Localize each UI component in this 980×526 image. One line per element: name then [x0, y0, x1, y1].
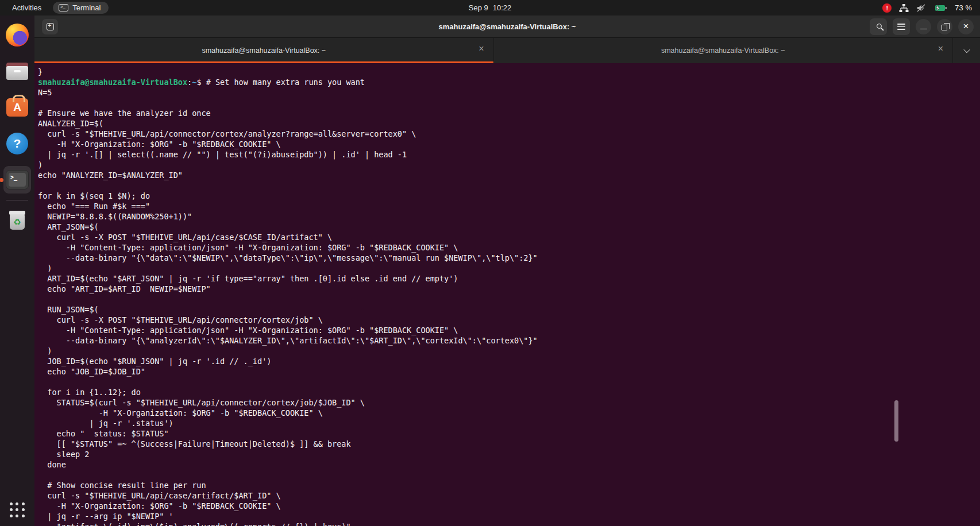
search-icon — [877, 24, 882, 29]
ubuntu-software-icon: A — [6, 98, 28, 117]
search-button[interactable] — [870, 18, 887, 35]
header-bar: smahuzaifa@smahuzaifa-VirtualBox: ~ × — [34, 16, 980, 38]
terminal-line: "artifact \(.id) ip=\($ip) analyzed=\((.… — [38, 521, 980, 526]
terminal-line: # Show concise result line per run — [38, 480, 980, 490]
help-icon: ? — [6, 133, 28, 154]
terminal-line — [38, 98, 980, 108]
terminal-line: curl -s "$THEHIVE_URL/api/case/artifact/… — [38, 490, 980, 501]
terminal-line: JOB_ID=$(echo "$RUN_JSON" | jq -r '.id /… — [38, 356, 980, 366]
terminal-line: echo "ART_ID=$ART_ID NEWIP=$NEWIP" — [38, 284, 980, 294]
terminal-line: ) — [38, 346, 980, 356]
dock-item-terminal[interactable] — [3, 166, 31, 194]
window-title: smahuzaifa@smahuzaifa-VirtualBox: ~ — [34, 22, 980, 31]
terminal-line: curl -s -X POST "$THEHIVE_URL/api/connec… — [38, 315, 980, 325]
top-bar: Activities Terminal Sep 9 10:22 ! — [0, 0, 980, 16]
terminal-line: [[ "$STATUS" =~ ^(Success|Failure|Timeou… — [38, 439, 980, 449]
terminal-line: curl -s "$THEHIVE_URL/api/connector/cort… — [38, 129, 980, 139]
dock-item-help[interactable]: ? — [3, 130, 31, 157]
files-icon — [6, 63, 28, 80]
hamburger-menu-icon — [897, 24, 905, 30]
terminal-line: ART_ID=$(echo "$ART_JSON" | jq -r 'if ty… — [38, 273, 980, 284]
dock: A ? ♻ — [0, 16, 34, 526]
terminal-line — [38, 470, 980, 480]
dock-item-firefox[interactable] — [3, 21, 31, 49]
clock-date[interactable]: Sep 9 — [469, 3, 488, 12]
terminal-line: } — [38, 67, 980, 77]
terminal-line: --data-binary "{\"analyzerId\":\"$ANALYZ… — [38, 335, 980, 346]
dock-separator — [6, 200, 28, 200]
terminal-line: echo "ANALYZER_ID=$ANALYZER_ID" — [38, 170, 980, 180]
tab-2[interactable]: smahuzaifa@smahuzaifa-VirtualBox: ~ × — [493, 38, 953, 63]
terminal-line: ART_JSON=$( — [38, 222, 980, 232]
terminal-line: | jq -r --arg ip "$NEWIP" ' — [38, 511, 980, 521]
tab-bar: smahuzaifa@smahuzaifa-VirtualBox: ~ × sm… — [34, 38, 980, 63]
close-button[interactable]: × — [958, 19, 974, 34]
tab-1[interactable]: smahuzaifa@smahuzaifa-VirtualBox: ~ × — [34, 38, 493, 63]
tab-list-button[interactable] — [952, 38, 980, 63]
firefox-icon — [6, 24, 29, 47]
terminal-output[interactable]: }smahuzaifa@smahuzaifa-VirtualBox:~$ # S… — [34, 63, 980, 526]
terminal-line: N=5 — [38, 87, 980, 98]
terminal-line: ) — [38, 263, 980, 273]
terminal-line: curl -s -X POST "$THEHIVE_URL/api/case/$… — [38, 232, 980, 242]
tab-2-title: smahuzaifa@smahuzaifa-VirtualBox: ~ — [661, 47, 785, 55]
terminal-line: ANALYZER_ID=$( — [38, 118, 980, 129]
volume-muted-icon[interactable] — [916, 3, 927, 13]
tab-2-close-icon[interactable]: × — [938, 44, 943, 53]
dock-item-ubuntu-software[interactable]: A — [3, 94, 31, 121]
terminal-icon — [6, 170, 29, 189]
terminal-scrollbar[interactable] — [894, 400, 898, 442]
alert-badge[interactable]: ! — [882, 3, 892, 13]
restore-icon — [942, 25, 947, 30]
terminal-line: --data-binary "{\"data\":\"$NEWIP\",\"da… — [38, 253, 980, 263]
terminal-line: | jq -r '.[] | select((.name // "") | te… — [38, 149, 980, 160]
terminal-line: for i in {1..12}; do — [38, 387, 980, 397]
terminal-line: # Ensure we have the analyzer id once — [38, 108, 980, 118]
trash-icon: ♻ — [7, 211, 27, 230]
terminal-line — [38, 377, 980, 387]
minimize-button[interactable] — [916, 19, 931, 34]
terminal-line: sleep 2 — [38, 449, 980, 459]
activities-button[interactable]: Activities — [10, 2, 44, 13]
terminal-line: echo " status: $STATUS" — [38, 428, 980, 439]
terminal-line: NEWIP="8.8.8.$((RANDOM%250+1))" — [38, 211, 980, 222]
terminal-line — [38, 180, 980, 191]
network-wired-icon[interactable] — [899, 3, 909, 13]
terminal-line: STATUS=$(curl -s "$THEHIVE_URL/api/conne… — [38, 397, 980, 408]
terminal-line: smahuzaifa@smahuzaifa-VirtualBox:~$ # Se… — [38, 77, 980, 87]
restore-button[interactable] — [937, 19, 952, 34]
terminal-line: -H "X-Organization: $ORG" -b "$REDBACK_C… — [38, 139, 980, 149]
show-applications-button[interactable] — [8, 501, 26, 519]
battery-charging-icon[interactable] — [934, 4, 947, 12]
minimize-icon — [920, 29, 927, 30]
focused-app-name: Terminal — [72, 3, 101, 12]
focused-app-menu[interactable]: Terminal — [53, 2, 109, 14]
tab-1-close-icon[interactable]: × — [479, 44, 484, 53]
terminal-line: -H "X-Organization: $ORG" -b "$REDBACK_C… — [38, 408, 980, 418]
menu-button[interactable] — [893, 18, 910, 35]
terminal-line: echo "JOB_ID=$JOB_ID" — [38, 366, 980, 377]
chevron-down-icon — [963, 47, 970, 53]
system-tray[interactable]: ! 73 % — [882, 3, 980, 13]
terminal-line: | jq -r '.status') — [38, 418, 980, 428]
terminal-app-icon — [59, 4, 68, 11]
terminal-line — [38, 294, 980, 304]
dock-item-files[interactable] — [3, 57, 31, 85]
terminal-line: ) — [38, 160, 980, 170]
terminal-line: for k in $(seq 1 $N); do — [38, 191, 980, 201]
terminal-line: -H "Content-Type: application/json" -H "… — [38, 325, 980, 335]
terminal-line: done — [38, 459, 980, 470]
tab-1-title: smahuzaifa@smahuzaifa-VirtualBox: ~ — [202, 47, 326, 55]
terminal-line: -H "Content-Type: application/json" -H "… — [38, 242, 980, 253]
terminal-line: -H "X-Organization: $ORG" -b "$REDBACK_C… — [38, 501, 980, 511]
terminal-line: RUN_JSON=$( — [38, 304, 980, 315]
close-icon: × — [963, 21, 969, 31]
clock-time[interactable]: 10:22 — [493, 3, 512, 12]
terminal-line: echo "=== Run #$k ===" — [38, 201, 980, 211]
dock-item-trash[interactable]: ♻ — [3, 207, 31, 234]
terminal-window: smahuzaifa@smahuzaifa-VirtualBox: ~ × sm… — [34, 16, 980, 526]
battery-percentage[interactable]: 73 % — [955, 3, 972, 12]
